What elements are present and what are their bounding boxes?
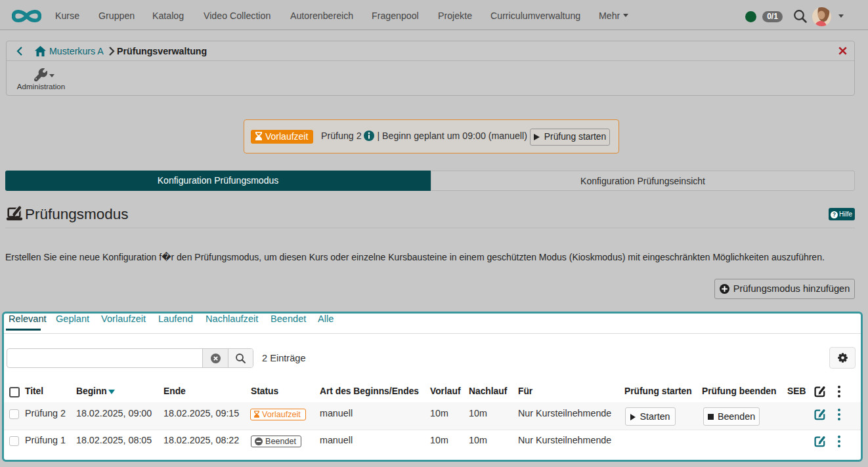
svg-text:?: ? (833, 212, 836, 218)
